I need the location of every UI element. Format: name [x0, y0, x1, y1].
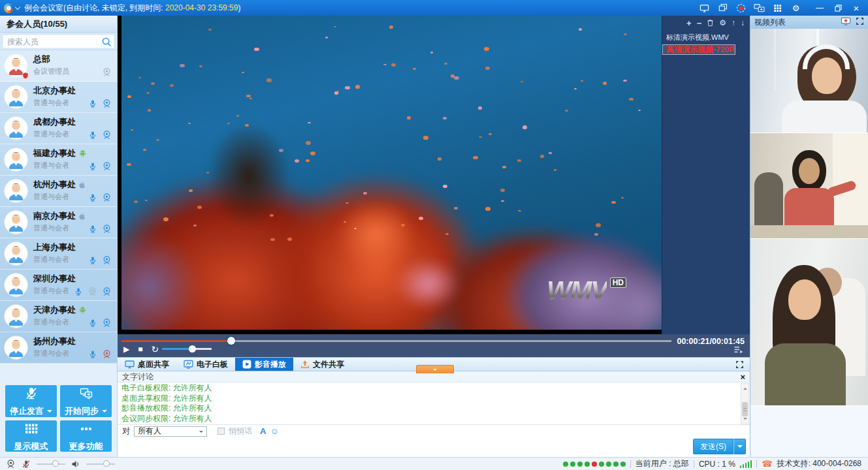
start-sync-button[interactable]: 开始同步 — [60, 385, 112, 417]
seek-bar[interactable] — [121, 340, 671, 342]
scroll-thumb[interactable] — [742, 402, 748, 416]
settings-gear-icon[interactable]: ⚙ — [790, 3, 801, 14]
webcam-status-icon[interactable] — [5, 459, 16, 469]
participant-name: 天津办事处 — [33, 304, 76, 316]
status-dot — [620, 462, 626, 467]
add-icon[interactable]: + — [686, 19, 692, 27]
speaker-icon[interactable] — [71, 459, 81, 469]
whisper-checkbox[interactable] — [217, 428, 225, 435]
mic-icon[interactable] — [88, 162, 97, 171]
mic-icon[interactable] — [88, 256, 97, 265]
layout-grid-icon[interactable] — [772, 3, 783, 14]
scroll-up-icon[interactable] — [743, 386, 747, 390]
chat-title: 文字讨论 — [122, 371, 153, 383]
search-icon[interactable] — [101, 37, 112, 47]
tab-whiteboard[interactable]: 电子白板 — [176, 358, 235, 371]
mic-muted-status-icon[interactable] — [21, 459, 31, 469]
replay-button[interactable]: ↻ — [151, 345, 159, 354]
camera-active-icon[interactable] — [102, 349, 112, 359]
close-button[interactable]: × — [848, 1, 864, 14]
volume-handle[interactable] — [189, 345, 196, 352]
camera-icon[interactable] — [102, 255, 112, 265]
move-up-icon[interactable]: ↑ — [731, 19, 735, 27]
video-thumbnail-2[interactable] — [750, 133, 868, 239]
font-button[interactable]: A — [260, 426, 266, 436]
playlist-item[interactable]: 标清演示视频.WMV — [662, 30, 750, 44]
play-button[interactable]: ▶ — [123, 345, 129, 353]
camera-icon[interactable] — [102, 130, 112, 140]
participant-row[interactable]: 天津办事处普通与会者 — [0, 301, 117, 332]
camera-icon[interactable] — [102, 318, 112, 328]
remove-icon[interactable]: − — [697, 19, 702, 27]
mic-icon[interactable] — [74, 287, 83, 296]
participant-row[interactable]: 杭州办事处普通与会者 — [0, 176, 117, 207]
recipient-select[interactable]: 所有人 — [134, 426, 207, 437]
mic-icon[interactable] — [88, 131, 97, 140]
sync-icon[interactable] — [754, 3, 765, 14]
participant-row[interactable]: 总部会议管理员 — [0, 50, 117, 82]
more-functions-button[interactable]: 更多功能 — [60, 420, 112, 452]
participant-row[interactable]: 北京办事处普通与会者 — [0, 82, 117, 113]
avatar — [4, 85, 28, 109]
chat-input[interactable] — [118, 437, 750, 457]
participant-row[interactable]: 南京办事处普通与会者 — [0, 207, 117, 238]
camera-icon[interactable] — [102, 224, 112, 234]
display-mode-button[interactable]: 显示模式 — [5, 420, 57, 452]
logo-menu-chevron-icon[interactable] — [15, 4, 20, 9]
participant-row[interactable]: 扬州办事处普通与会者 — [0, 332, 117, 364]
camera-idle-icon[interactable] — [102, 67, 112, 77]
stop-speaking-button[interactable]: 停止发言 — [5, 385, 57, 417]
app-logo-icon[interactable] — [4, 3, 14, 13]
participant-row[interactable]: 上海办事处普通与会者 — [0, 238, 117, 270]
video-thumbnail-1[interactable] — [750, 29, 868, 133]
tab-desktop-share[interactable]: 桌面共享 — [118, 358, 176, 371]
minimize-button[interactable]: — — [812, 1, 828, 14]
mic-icon[interactable] — [88, 99, 97, 108]
mic-icon[interactable] — [88, 319, 97, 328]
send-button[interactable]: 发送(S) — [693, 439, 733, 454]
send-options-button[interactable] — [733, 439, 746, 454]
camera-idle-icon[interactable] — [88, 287, 97, 296]
scroll-down-icon[interactable] — [743, 418, 747, 422]
participant-row[interactable]: 深圳办事处普通与会者 — [0, 270, 117, 301]
video-monitor-icon[interactable] — [841, 17, 851, 27]
camera-icon[interactable] — [102, 161, 112, 171]
move-down-icon[interactable]: ↓ — [741, 19, 745, 27]
tab-media-play[interactable]: 影音播放 — [235, 358, 293, 371]
mic-icon[interactable] — [88, 225, 97, 234]
settings-icon[interactable]: ⚙ — [719, 19, 726, 27]
speaker-slider-knob[interactable] — [103, 460, 110, 467]
seek-handle[interactable] — [227, 337, 235, 345]
chat-close-icon[interactable] — [740, 373, 745, 381]
video-thumbnail-3[interactable] — [750, 239, 868, 406]
emoji-button[interactable] — [270, 427, 278, 435]
participant-role: 会议管理员 — [33, 67, 69, 76]
window-mode-icon[interactable] — [717, 3, 728, 14]
stop-button[interactable]: ■ — [138, 345, 142, 353]
screen-share-icon[interactable] — [699, 3, 710, 14]
camera-icon[interactable] — [102, 99, 112, 108]
camera-icon[interactable] — [102, 287, 112, 296]
fullscreen-expand-icon[interactable] — [735, 360, 744, 369]
speaker-volume-slider[interactable] — [86, 463, 115, 465]
mic-icon[interactable] — [88, 193, 97, 202]
mic-volume-slider[interactable] — [37, 463, 65, 465]
playlist-toggle-icon[interactable] — [733, 345, 743, 354]
record-icon[interactable] — [735, 3, 747, 14]
chat-scrollbar[interactable] — [741, 383, 749, 424]
participant-row[interactable]: 福建办事处普通与会者 — [0, 144, 117, 176]
camera-icon[interactable] — [102, 193, 112, 202]
playlist-item[interactable]: 高清演示视频-720P.wmv删除 — [662, 44, 735, 55]
mic-slider-knob[interactable] — [52, 460, 59, 467]
collapse-handle[interactable] — [416, 365, 454, 373]
restore-button[interactable] — [830, 1, 846, 14]
volume-slider[interactable] — [162, 348, 212, 350]
photo-shape — [799, 158, 820, 184]
video-expand-icon[interactable] — [856, 17, 864, 27]
chat-input-zone: 发送(S) — [118, 437, 750, 457]
tab-file-share[interactable]: 文件共享 — [293, 358, 351, 371]
participant-row[interactable]: 成都办事处普通与会者 — [0, 113, 117, 144]
trash-icon[interactable] — [707, 19, 714, 27]
mic-icon[interactable] — [88, 350, 97, 359]
search-input[interactable] — [3, 35, 114, 48]
